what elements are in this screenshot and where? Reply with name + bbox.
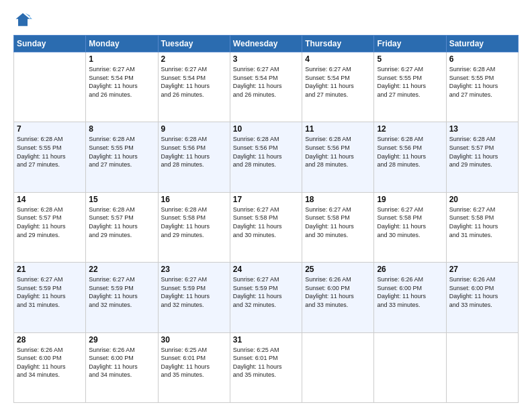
day-info: Sunrise: 6:28 AMSunset: 5:57 PMDaylight:… [449, 135, 515, 169]
day-info: Sunrise: 6:28 AMSunset: 5:55 PMDaylight:… [449, 65, 515, 99]
day-number: 27 [449, 265, 515, 274]
day-number: 6 [449, 54, 515, 64]
day-number: 16 [161, 195, 227, 204]
calendar-cell [446, 332, 518, 402]
day-info: Sunrise: 6:28 AMSunset: 5:56 PMDaylight:… [233, 135, 299, 169]
day-info: Sunrise: 6:26 AMSunset: 6:00 PMDaylight:… [449, 275, 515, 309]
calendar-week-row: 7Sunrise: 6:28 AMSunset: 5:55 PMDaylight… [14, 122, 519, 192]
day-info: Sunrise: 6:27 AMSunset: 5:59 PMDaylight:… [17, 275, 83, 309]
day-of-week-header: Sunday [14, 36, 86, 52]
calendar-cell: 4Sunrise: 6:27 AMSunset: 5:54 PMDaylight… [302, 52, 374, 122]
calendar-cell: 9Sunrise: 6:28 AMSunset: 5:56 PMDaylight… [158, 122, 230, 192]
day-info: Sunrise: 6:28 AMSunset: 5:58 PMDaylight:… [161, 205, 227, 239]
day-info: Sunrise: 6:27 AMSunset: 5:58 PMDaylight:… [377, 205, 443, 239]
calendar-cell: 13Sunrise: 6:28 AMSunset: 5:57 PMDayligh… [446, 122, 518, 192]
day-number: 30 [161, 335, 227, 345]
day-of-week-header: Thursday [302, 36, 374, 52]
day-info: Sunrise: 6:27 AMSunset: 5:54 PMDaylight:… [305, 65, 371, 99]
calendar-cell [302, 332, 374, 402]
day-number: 2 [161, 54, 227, 64]
logo-icon [13, 11, 32, 30]
day-info: Sunrise: 6:25 AMSunset: 6:01 PMDaylight:… [161, 346, 227, 379]
calendar-cell: 26Sunrise: 6:26 AMSunset: 6:00 PMDayligh… [374, 263, 446, 332]
calendar-cell: 11Sunrise: 6:28 AMSunset: 5:56 PMDayligh… [302, 122, 374, 192]
day-of-week-header: Tuesday [158, 36, 230, 52]
day-number: 19 [377, 195, 443, 204]
day-info: Sunrise: 6:26 AMSunset: 6:00 PMDaylight:… [17, 346, 83, 379]
day-of-week-header: Friday [374, 36, 446, 52]
calendar-cell: 31Sunrise: 6:25 AMSunset: 6:01 PMDayligh… [230, 332, 302, 402]
day-info: Sunrise: 6:28 AMSunset: 5:56 PMDaylight:… [305, 135, 371, 169]
calendar-week-row: 21Sunrise: 6:27 AMSunset: 5:59 PMDayligh… [14, 263, 519, 332]
calendar-cell: 18Sunrise: 6:27 AMSunset: 5:58 PMDayligh… [302, 192, 374, 262]
day-info: Sunrise: 6:26 AMSunset: 6:00 PMDaylight:… [305, 275, 371, 309]
day-number: 4 [305, 54, 371, 64]
day-number: 11 [305, 124, 371, 134]
day-number: 8 [89, 124, 154, 134]
day-info: Sunrise: 6:27 AMSunset: 5:59 PMDaylight:… [233, 275, 299, 309]
day-info: Sunrise: 6:28 AMSunset: 5:56 PMDaylight:… [377, 135, 443, 169]
day-number: 14 [17, 195, 83, 204]
day-number: 5 [377, 54, 443, 64]
day-info: Sunrise: 6:25 AMSunset: 6:01 PMDaylight:… [233, 346, 299, 379]
day-number: 26 [377, 265, 443, 274]
calendar-cell: 2Sunrise: 6:27 AMSunset: 5:54 PMDaylight… [158, 52, 230, 122]
day-number: 18 [305, 195, 371, 204]
logo [13, 11, 35, 30]
calendar-cell: 8Sunrise: 6:28 AMSunset: 5:55 PMDaylight… [86, 122, 158, 192]
calendar-cell: 19Sunrise: 6:27 AMSunset: 5:58 PMDayligh… [374, 192, 446, 262]
day-of-week-header: Monday [86, 36, 158, 52]
day-info: Sunrise: 6:27 AMSunset: 5:54 PMDaylight:… [89, 65, 154, 99]
day-info: Sunrise: 6:28 AMSunset: 5:57 PMDaylight:… [17, 205, 83, 239]
calendar-cell: 16Sunrise: 6:28 AMSunset: 5:58 PMDayligh… [158, 192, 230, 262]
day-number: 7 [17, 124, 83, 134]
calendar-cell: 23Sunrise: 6:27 AMSunset: 5:59 PMDayligh… [158, 263, 230, 332]
day-info: Sunrise: 6:28 AMSunset: 5:57 PMDaylight:… [89, 205, 154, 239]
day-info: Sunrise: 6:27 AMSunset: 5:55 PMDaylight:… [377, 65, 443, 99]
calendar-cell: 12Sunrise: 6:28 AMSunset: 5:56 PMDayligh… [374, 122, 446, 192]
day-info: Sunrise: 6:28 AMSunset: 5:56 PMDaylight:… [161, 135, 227, 169]
day-of-week-header: Saturday [446, 36, 518, 52]
calendar-header-row: SundayMondayTuesdayWednesdayThursdayFrid… [14, 36, 519, 52]
day-number: 29 [89, 335, 154, 345]
calendar-week-row: 1Sunrise: 6:27 AMSunset: 5:54 PMDaylight… [14, 52, 519, 122]
day-info: Sunrise: 6:27 AMSunset: 5:59 PMDaylight:… [161, 275, 227, 309]
calendar-cell: 30Sunrise: 6:25 AMSunset: 6:01 PMDayligh… [158, 332, 230, 402]
calendar-cell: 5Sunrise: 6:27 AMSunset: 5:55 PMDaylight… [374, 52, 446, 122]
calendar-cell [374, 332, 446, 402]
day-number: 23 [161, 265, 227, 274]
calendar-cell: 15Sunrise: 6:28 AMSunset: 5:57 PMDayligh… [86, 192, 158, 262]
calendar-cell: 29Sunrise: 6:26 AMSunset: 6:00 PMDayligh… [86, 332, 158, 402]
day-info: Sunrise: 6:28 AMSunset: 5:55 PMDaylight:… [89, 135, 154, 169]
day-number: 21 [17, 265, 83, 274]
day-info: Sunrise: 6:28 AMSunset: 5:55 PMDaylight:… [17, 135, 83, 169]
calendar-cell: 25Sunrise: 6:26 AMSunset: 6:00 PMDayligh… [302, 263, 374, 332]
calendar-table: SundayMondayTuesdayWednesdayThursdayFrid… [13, 35, 519, 403]
day-info: Sunrise: 6:27 AMSunset: 5:58 PMDaylight:… [233, 205, 299, 239]
day-info: Sunrise: 6:27 AMSunset: 5:59 PMDaylight:… [89, 275, 154, 309]
calendar-cell: 10Sunrise: 6:28 AMSunset: 5:56 PMDayligh… [230, 122, 302, 192]
calendar-cell: 14Sunrise: 6:28 AMSunset: 5:57 PMDayligh… [14, 192, 86, 262]
day-number: 20 [449, 195, 515, 204]
day-info: Sunrise: 6:26 AMSunset: 6:00 PMDaylight:… [89, 346, 154, 379]
calendar-week-row: 28Sunrise: 6:26 AMSunset: 6:00 PMDayligh… [14, 332, 519, 402]
day-info: Sunrise: 6:27 AMSunset: 5:54 PMDaylight:… [161, 65, 227, 99]
calendar-cell: 28Sunrise: 6:26 AMSunset: 6:00 PMDayligh… [14, 332, 86, 402]
calendar-cell: 27Sunrise: 6:26 AMSunset: 6:00 PMDayligh… [446, 263, 518, 332]
header [13, 11, 519, 30]
day-number: 22 [89, 265, 154, 274]
calendar-cell: 21Sunrise: 6:27 AMSunset: 5:59 PMDayligh… [14, 263, 86, 332]
day-number: 17 [233, 195, 299, 204]
day-number: 9 [161, 124, 227, 134]
day-number: 13 [449, 124, 515, 134]
day-number: 24 [233, 265, 299, 274]
calendar-cell: 1Sunrise: 6:27 AMSunset: 5:54 PMDaylight… [86, 52, 158, 122]
day-number: 25 [305, 265, 371, 274]
day-number: 31 [233, 335, 299, 345]
calendar-cell: 6Sunrise: 6:28 AMSunset: 5:55 PMDaylight… [446, 52, 518, 122]
day-number: 10 [233, 124, 299, 134]
day-info: Sunrise: 6:26 AMSunset: 6:00 PMDaylight:… [377, 275, 443, 309]
calendar-cell: 3Sunrise: 6:27 AMSunset: 5:54 PMDaylight… [230, 52, 302, 122]
day-number: 28 [17, 335, 83, 345]
day-number: 15 [89, 195, 154, 204]
